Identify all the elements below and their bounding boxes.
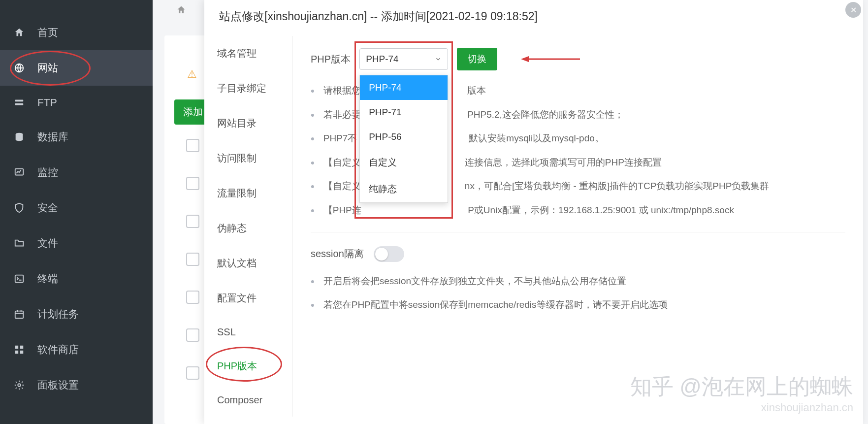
svg-rect-8 [20,346,23,349]
switch-button[interactable]: 切换 [457,48,497,70]
row-checkbox[interactable] [186,253,199,266]
gear-icon [14,380,29,391]
close-icon[interactable]: ✕ [845,2,861,18]
home-icon [14,27,29,38]
modal-nav-sitedir[interactable]: 网站目录 [204,106,292,141]
session-label: session隔离 [311,247,364,261]
modal-content: PHP版本 PHP-74 PHP-74 PHP-71 PHP-56 自定义 纯静… [293,36,863,417]
main-sidebar: 首页 网站 FTP 数据库 监控 安全 文件 终端 计划任务 软件商店 面板设置 [0,0,153,424]
site-edit-modal: ✕ 站点修改[xinshoujianzhan.cn] -- 添加时间[2021-… [204,0,863,424]
modal-nav-domain[interactable]: 域名管理 [204,36,292,71]
dropdown-item-php71[interactable]: PHP-71 [360,100,448,125]
divider [311,232,845,232]
calendar-icon [14,309,29,320]
row-checkbox[interactable] [186,366,199,380]
folder-icon [14,238,29,249]
sidebar-item-terminal[interactable]: 终端 [0,261,153,296]
phpversion-label: PHP版本 [311,53,351,66]
sidebar-item-cron[interactable]: 计划任务 [0,296,153,332]
modal-nav-rewrite[interactable]: 伪静态 [204,211,292,246]
svg-rect-9 [15,351,18,354]
sidebar-item-database[interactable]: 数据库 [0,119,153,155]
modal-nav-traffic[interactable]: 流量限制 [204,176,292,211]
ftp-icon [14,97,29,108]
shield-icon [14,202,29,213]
terminal-icon [14,273,29,284]
home-small-icon [176,5,186,15]
sidebar-item-label: 首页 [37,26,58,39]
svg-rect-10 [20,351,23,354]
row-checkbox[interactable] [186,215,199,228]
sidebar-item-settings[interactable]: 面板设置 [0,367,153,403]
session-toggle-row: session隔离 [311,246,845,262]
sidebar-item-home[interactable]: 首页 [0,15,153,50]
modal-nav-ssl[interactable]: SSL [204,316,292,349]
tip-item: 若您在PHP配置中将session保存到memcache/redis等缓存器时，… [311,298,845,313]
sidebar-item-label: 网站 [37,61,58,75]
sidebar-item-website[interactable]: 网站 [0,50,153,86]
phpversion-selected-value: PHP-74 [366,54,399,65]
session-tips-list: 开启后将会把session文件存放到独立文件夹，不与其他站点公用存储位置 若您在… [311,275,845,313]
sidebar-item-label: 文件 [37,236,58,250]
phpversion-dropdown: PHP-74 PHP-71 PHP-56 自定义 纯静态 [359,75,448,203]
toggle-knob [375,248,388,261]
svg-rect-2 [15,103,24,105]
svg-rect-1 [15,100,24,102]
sidebar-item-label: 软件商店 [37,343,79,357]
dropdown-item-custom[interactable]: 自定义 [360,149,448,176]
watermark-sub: xinshoujianzhan.cn [630,401,853,414]
modal-nav-phpversion[interactable]: PHP版本 [204,349,292,384]
row-checkbox[interactable] [186,291,199,304]
sidebar-item-label: 监控 [37,165,58,179]
sidebar-item-ftp[interactable]: FTP [0,86,153,119]
sidebar-item-label: 终端 [37,272,58,286]
row-checkbox[interactable] [186,328,199,342]
sidebar-item-appstore[interactable]: 软件商店 [0,332,153,367]
annotation-arrow-icon [521,55,580,63]
chart-icon [14,167,29,178]
modal-nav: 域名管理 子目录绑定 网站目录 访问限制 流量限制 伪静态 默认文档 配置文件 … [204,36,293,417]
svg-rect-5 [15,275,24,283]
sidebar-item-monitor[interactable]: 监控 [0,155,153,190]
modal-title: 站点修改[xinshoujianzhan.cn] -- 添加时间[2021-02… [204,0,863,36]
database-icon [14,131,29,142]
row-checkbox[interactable] [186,177,199,190]
dropdown-item-static[interactable]: 纯静态 [360,176,448,202]
modal-nav-access[interactable]: 访问限制 [204,141,292,176]
sidebar-item-label: 面板设置 [37,378,79,392]
session-toggle[interactable] [374,246,404,262]
watermark: 知乎 @泡在网上的蜘蛛 xinshoujianzhan.cn [630,372,853,414]
dropdown-item-php74[interactable]: PHP-74 [360,75,448,100]
warning-icon: ⚠ [187,68,197,81]
apps-icon [14,344,29,355]
phpversion-select[interactable]: PHP-74 [359,48,448,70]
sidebar-item-label: 安全 [37,201,58,215]
modal-nav-composer[interactable]: Composer [204,384,292,417]
svg-point-11 [18,384,21,387]
sidebar-item-files[interactable]: 文件 [0,226,153,261]
svg-rect-6 [15,311,24,319]
watermark-main: 知乎 @泡在网上的蜘蛛 [630,374,853,398]
row-checkbox[interactable] [186,139,199,152]
modal-nav-config[interactable]: 配置文件 [204,281,292,316]
breadcrumb [176,5,189,15]
sidebar-item-label: 计划任务 [37,307,79,321]
dropdown-item-php56[interactable]: PHP-56 [360,125,448,149]
modal-nav-defaultdoc[interactable]: 默认文档 [204,246,292,281]
phpversion-form-row: PHP版本 PHP-74 PHP-74 PHP-71 PHP-56 自定义 纯静… [311,48,845,70]
sidebar-item-label: 数据库 [37,130,68,144]
svg-marker-13 [521,56,529,62]
tip-item: 开启后将会把session文件存放到独立文件夹，不与其他站点公用存储位置 [311,275,845,289]
sidebar-item-security[interactable]: 安全 [0,190,153,226]
table-checkbox-column [186,139,199,380]
svg-rect-7 [15,346,18,349]
modal-nav-subdir[interactable]: 子目录绑定 [204,71,292,106]
chevron-down-icon [435,56,442,63]
globe-icon [14,63,29,73]
sidebar-item-label: FTP [37,97,57,108]
tip-item: 【PHP连 P或Unix配置，示例：192.168.1.25:9001 或 un… [311,204,845,218]
